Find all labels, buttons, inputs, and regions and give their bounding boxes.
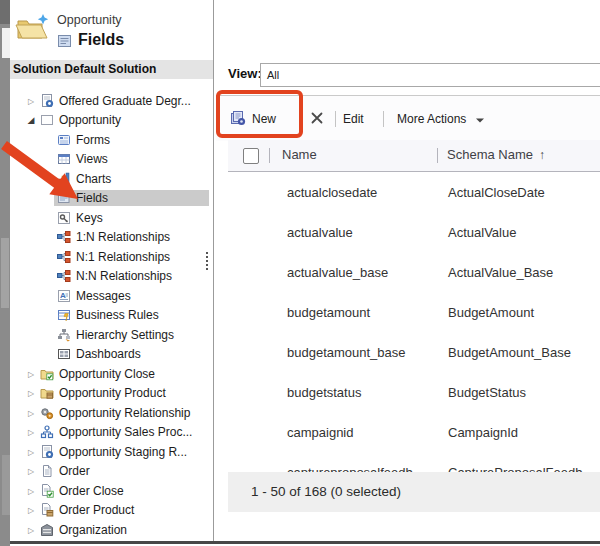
- tree-item-hierarchy-settings[interactable]: Hierarchy Settings: [10, 325, 209, 345]
- select-all-checkbox[interactable]: [243, 148, 259, 164]
- tree-item-order-close[interactable]: ▷Order Close: [10, 481, 209, 501]
- page-product-icon: [40, 503, 54, 517]
- expander-collapsed-icon[interactable]: ▷: [26, 467, 36, 476]
- table-row[interactable]: campaignidCampaignId: [228, 412, 600, 453]
- page-check-icon: [40, 484, 54, 498]
- entity-box-icon: [40, 113, 54, 127]
- entity-product-icon: [40, 386, 54, 400]
- tree-item-charts[interactable]: Charts: [10, 169, 209, 189]
- tree-item-opportunity-product[interactable]: ▷Opportunity Product: [10, 384, 209, 404]
- views-icon: [57, 152, 71, 166]
- expander-collapsed-icon[interactable]: ▷: [26, 96, 36, 105]
- column-header-name[interactable]: Name: [282, 147, 317, 162]
- cell-name: actualclosedate: [287, 185, 377, 200]
- expander-collapsed-icon[interactable]: ▷: [26, 408, 36, 417]
- expander-collapsed-icon[interactable]: ▷: [26, 428, 36, 437]
- tree-item-organization[interactable]: ▷Organization: [10, 520, 209, 540]
- expander-collapsed-icon[interactable]: ▷: [26, 506, 36, 515]
- cell-name: budgetstatus: [287, 385, 361, 400]
- tree-item-label: Forms: [76, 133, 110, 147]
- organization-icon: [40, 523, 54, 537]
- tree-item-label: Opportunity Close: [59, 367, 155, 381]
- forms-icon: [57, 133, 71, 147]
- tree-item-n-n-relationships[interactable]: N:N Relationships: [10, 267, 209, 287]
- more-actions-label: More Actions: [397, 112, 466, 126]
- table-row[interactable]: actualvalueActualValue: [228, 212, 600, 253]
- expander-collapsed-icon[interactable]: ▷: [26, 486, 36, 495]
- record-count-status: 1 - 50 of 168 (0 selected): [228, 472, 600, 512]
- tree-item-keys[interactable]: Keys: [10, 208, 209, 228]
- table-row[interactable]: budgetstatusBudgetStatus: [228, 372, 600, 413]
- table-row[interactable]: actualclosedateActualCloseDate: [228, 172, 600, 213]
- tree-item-views[interactable]: Views: [10, 150, 209, 170]
- tree-item-business-rules[interactable]: Business Rules: [10, 306, 209, 326]
- clipped-row-wrap: captureproposalfeedbCaptureProposalFeedb: [228, 452, 600, 472]
- tree-item-dashboards[interactable]: Dashboards: [10, 345, 209, 365]
- toolbar-separator: [383, 111, 384, 127]
- tree-item-opportunity[interactable]: ◢Opportunity: [10, 111, 209, 131]
- cell-schema-name: BudgetAmount: [448, 305, 534, 320]
- column-header-schema-name[interactable]: Schema Name↑: [447, 147, 545, 162]
- cell-schema-name: ActualCloseDate: [448, 185, 545, 200]
- cell-name: budgetamount_base: [287, 345, 406, 360]
- page-icon: [40, 464, 54, 478]
- svg-text:A: A: [60, 290, 66, 299]
- tree-item-label: Opportunity Relationship: [59, 406, 190, 420]
- new-button-label: New: [252, 112, 276, 126]
- tree-item-opportunity-staging-r[interactable]: ▷Opportunity Staging R...: [10, 442, 209, 462]
- table-row[interactable]: budgetamount_baseBudgetAmount_Base: [228, 332, 600, 373]
- tree-item-opportunity-sales-proc[interactable]: ▷Opportunity Sales Proc...: [10, 423, 209, 443]
- tree-item-opportunity-close[interactable]: ▷Opportunity Close: [10, 364, 209, 384]
- panel-splitter-handle[interactable]: [206, 252, 209, 272]
- tree-item-label: Offered Graduate Degr...: [59, 94, 191, 108]
- tree-item-label: Fields: [76, 191, 108, 205]
- custom-entity-icon: [40, 94, 54, 108]
- cell-schema-name: BudgetAmount_Base: [448, 345, 571, 360]
- expander-collapsed-icon[interactable]: ▷: [26, 389, 36, 398]
- relationship-icon: [57, 269, 71, 283]
- business-rules-icon: [57, 308, 71, 322]
- tree-item-label: Opportunity Staging R...: [59, 445, 187, 459]
- charts-icon: [57, 172, 71, 186]
- table-row[interactable]: captureproposalfeedbCaptureProposalFeedb: [228, 452, 600, 472]
- tree-item-n-1-relationships[interactable]: N:1 Relationships: [10, 247, 209, 267]
- tree-item-label: Organization: [59, 523, 127, 537]
- view-select[interactable]: All: [260, 63, 600, 87]
- table-row[interactable]: actualvalue_baseActualValue_Base: [228, 252, 600, 293]
- dropdown-caret-icon: [476, 112, 484, 126]
- solution-explorer-window: Opportunity Fields Solution Default Solu…: [10, 0, 600, 544]
- cell-name: captureproposalfeedb: [287, 465, 413, 473]
- delete-x-icon: [310, 111, 324, 128]
- tree-item-1-n-relationships[interactable]: 1:N Relationships: [10, 228, 209, 248]
- cell-schema-name: CaptureProposalFeedb: [448, 465, 582, 473]
- hierarchy-icon: [57, 328, 71, 342]
- tree-item-label: Opportunity: [59, 113, 121, 127]
- expander-collapsed-icon[interactable]: ▷: [26, 447, 36, 456]
- tree-item-fields[interactable]: Fields: [10, 189, 209, 209]
- messages-icon: A: [57, 289, 71, 303]
- tree-item-offered-graduate-degr[interactable]: ▷Offered Graduate Degr...: [10, 91, 209, 111]
- new-button[interactable]: New: [230, 104, 276, 134]
- tree-item-label: Keys: [76, 211, 103, 225]
- table-row[interactable]: budgetamountBudgetAmount: [228, 292, 600, 333]
- expander-collapsed-icon[interactable]: ▷: [26, 369, 36, 378]
- edit-button[interactable]: Edit: [343, 104, 364, 134]
- expander-collapsed-icon[interactable]: ▷: [26, 525, 36, 534]
- new-record-icon: [230, 110, 246, 129]
- sort-ascending-icon: ↑: [539, 148, 545, 162]
- cell-schema-name: ActualValue: [448, 225, 516, 240]
- tree-item-opportunity-relationship[interactable]: ▷Opportunity Relationship: [10, 403, 209, 423]
- grid-header: Name Schema Name↑: [228, 140, 600, 173]
- delete-button[interactable]: [310, 104, 324, 134]
- tree-item-order-product[interactable]: ▷Order Product: [10, 501, 209, 521]
- relationship-icon: [57, 230, 71, 244]
- keys-icon: [57, 211, 71, 225]
- tree-item-messages[interactable]: AMessages: [10, 286, 209, 306]
- tree-item-label: N:N Relationships: [76, 269, 172, 283]
- tree-item-order[interactable]: ▷Order: [10, 462, 209, 482]
- expander-expanded-icon[interactable]: ◢: [26, 115, 36, 125]
- entity-process-icon: [40, 425, 54, 439]
- tree-item-forms[interactable]: Forms: [10, 130, 209, 150]
- tree-item-label: 1:N Relationships: [76, 230, 170, 244]
- more-actions-button[interactable]: More Actions: [397, 104, 484, 134]
